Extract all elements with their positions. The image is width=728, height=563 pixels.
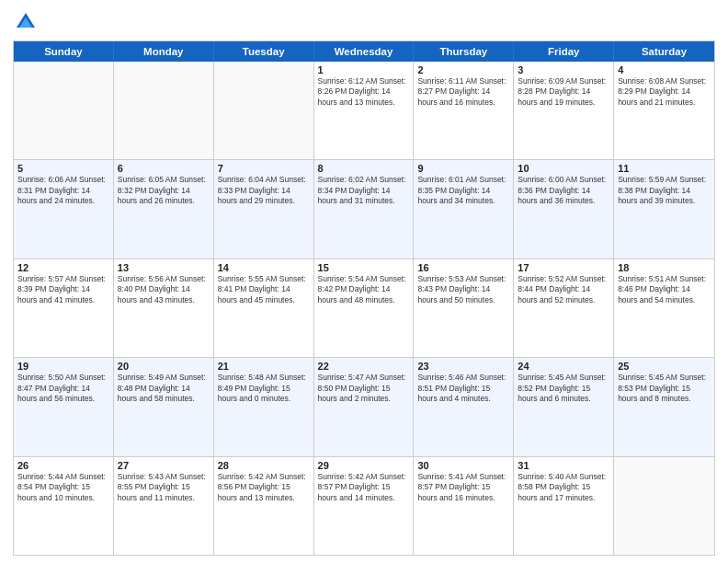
day-15: 15Sunrise: 5:54 AM Sunset: 8:42 PM Dayli… xyxy=(314,259,415,357)
day-info: Sunrise: 6:12 AM Sunset: 8:26 PM Dayligh… xyxy=(318,76,410,108)
day-info: Sunrise: 5:42 AM Sunset: 8:57 PM Dayligh… xyxy=(318,472,410,503)
day-8: 8Sunrise: 6:02 AM Sunset: 8:34 PM Daylig… xyxy=(314,160,415,258)
day-19: 19Sunrise: 5:50 AM Sunset: 8:47 PM Dayli… xyxy=(14,358,114,455)
header xyxy=(13,9,715,35)
calendar: SundayMondayTuesdayWednesdayThursdayFrid… xyxy=(13,40,715,556)
week-3: 12Sunrise: 5:57 AM Sunset: 8:39 PM Dayli… xyxy=(14,259,714,358)
day-info: Sunrise: 6:01 AM Sunset: 8:35 PM Dayligh… xyxy=(417,175,509,206)
day-24: 24Sunrise: 5:45 AM Sunset: 8:52 PM Dayli… xyxy=(514,358,614,455)
day-20: 20Sunrise: 5:49 AM Sunset: 8:48 PM Dayli… xyxy=(114,358,214,455)
day-number: 6 xyxy=(118,163,210,174)
week-4: 19Sunrise: 5:50 AM Sunset: 8:47 PM Dayli… xyxy=(14,358,714,456)
day-number: 5 xyxy=(17,163,109,174)
empty-cell xyxy=(114,62,214,159)
day-12: 12Sunrise: 5:57 AM Sunset: 8:39 PM Dayli… xyxy=(14,259,114,357)
day-info: Sunrise: 5:51 AM Sunset: 8:46 PM Dayligh… xyxy=(618,274,711,305)
day-27: 27Sunrise: 5:43 AM Sunset: 8:55 PM Dayli… xyxy=(114,457,214,555)
day-number: 4 xyxy=(618,64,711,75)
day-25: 25Sunrise: 5:45 AM Sunset: 8:53 PM Dayli… xyxy=(614,358,714,455)
header-day-sunday: Sunday xyxy=(14,41,114,62)
day-number: 8 xyxy=(318,163,410,174)
day-21: 21Sunrise: 5:48 AM Sunset: 8:49 PM Dayli… xyxy=(214,358,314,455)
day-number: 17 xyxy=(518,262,609,273)
header-day-thursday: Thursday xyxy=(414,41,514,62)
day-info: Sunrise: 5:45 AM Sunset: 8:53 PM Dayligh… xyxy=(618,373,711,404)
logo xyxy=(13,9,42,35)
day-number: 20 xyxy=(118,361,210,372)
day-info: Sunrise: 5:42 AM Sunset: 8:56 PM Dayligh… xyxy=(218,472,310,503)
day-number: 27 xyxy=(118,460,210,471)
day-info: Sunrise: 5:46 AM Sunset: 8:51 PM Dayligh… xyxy=(417,373,509,404)
week-2: 5Sunrise: 6:06 AM Sunset: 8:31 PM Daylig… xyxy=(14,160,714,259)
day-number: 23 xyxy=(417,361,509,372)
day-info: Sunrise: 5:59 AM Sunset: 8:38 PM Dayligh… xyxy=(618,175,711,206)
day-info: Sunrise: 6:11 AM Sunset: 8:27 PM Dayligh… xyxy=(417,76,509,108)
header-day-friday: Friday xyxy=(514,41,614,62)
day-number: 18 xyxy=(618,262,711,273)
header-day-tuesday: Tuesday xyxy=(214,41,314,62)
day-26: 26Sunrise: 5:44 AM Sunset: 8:54 PM Dayli… xyxy=(14,457,114,555)
day-5: 5Sunrise: 6:06 AM Sunset: 8:31 PM Daylig… xyxy=(14,160,114,258)
day-number: 15 xyxy=(318,262,410,273)
page: SundayMondayTuesdayWednesdayThursdayFrid… xyxy=(0,0,728,563)
day-info: Sunrise: 5:43 AM Sunset: 8:55 PM Dayligh… xyxy=(118,472,210,503)
day-number: 7 xyxy=(218,163,310,174)
day-23: 23Sunrise: 5:46 AM Sunset: 8:51 PM Dayli… xyxy=(414,358,514,455)
day-info: Sunrise: 6:04 AM Sunset: 8:33 PM Dayligh… xyxy=(218,175,310,206)
calendar-body: 1Sunrise: 6:12 AM Sunset: 8:26 PM Daylig… xyxy=(14,62,714,555)
day-number: 3 xyxy=(518,64,609,75)
week-1: 1Sunrise: 6:12 AM Sunset: 8:26 PM Daylig… xyxy=(14,62,714,160)
day-number: 24 xyxy=(518,361,609,372)
day-info: Sunrise: 5:45 AM Sunset: 8:52 PM Dayligh… xyxy=(518,373,609,404)
day-11: 11Sunrise: 5:59 AM Sunset: 8:38 PM Dayli… xyxy=(614,160,714,258)
day-6: 6Sunrise: 6:05 AM Sunset: 8:32 PM Daylig… xyxy=(114,160,214,258)
day-number: 11 xyxy=(618,163,711,174)
day-info: Sunrise: 6:09 AM Sunset: 8:28 PM Dayligh… xyxy=(518,76,609,108)
day-info: Sunrise: 5:54 AM Sunset: 8:42 PM Dayligh… xyxy=(318,274,410,305)
day-number: 16 xyxy=(417,262,509,273)
day-number: 14 xyxy=(218,262,310,273)
day-info: Sunrise: 5:49 AM Sunset: 8:48 PM Dayligh… xyxy=(118,373,210,404)
day-29: 29Sunrise: 5:42 AM Sunset: 8:57 PM Dayli… xyxy=(314,457,415,555)
day-number: 10 xyxy=(518,163,609,174)
day-number: 29 xyxy=(318,460,410,471)
day-info: Sunrise: 5:53 AM Sunset: 8:43 PM Dayligh… xyxy=(417,274,509,305)
empty-cell xyxy=(614,457,714,555)
day-number: 31 xyxy=(518,460,609,471)
day-14: 14Sunrise: 5:55 AM Sunset: 8:41 PM Dayli… xyxy=(214,259,314,357)
header-day-monday: Monday xyxy=(114,41,214,62)
empty-cell xyxy=(214,62,314,159)
day-info: Sunrise: 5:55 AM Sunset: 8:41 PM Dayligh… xyxy=(218,274,310,305)
header-day-saturday: Saturday xyxy=(614,41,714,62)
day-18: 18Sunrise: 5:51 AM Sunset: 8:46 PM Dayli… xyxy=(614,259,714,357)
day-info: Sunrise: 6:02 AM Sunset: 8:34 PM Dayligh… xyxy=(318,175,410,206)
day-3: 3Sunrise: 6:09 AM Sunset: 8:28 PM Daylig… xyxy=(514,62,614,159)
day-1: 1Sunrise: 6:12 AM Sunset: 8:26 PM Daylig… xyxy=(314,62,415,159)
day-number: 19 xyxy=(17,361,109,372)
day-info: Sunrise: 6:00 AM Sunset: 8:36 PM Dayligh… xyxy=(518,175,609,206)
day-info: Sunrise: 5:44 AM Sunset: 8:54 PM Dayligh… xyxy=(17,472,109,503)
day-number: 28 xyxy=(218,460,310,471)
day-info: Sunrise: 5:47 AM Sunset: 8:50 PM Dayligh… xyxy=(318,373,410,404)
day-number: 26 xyxy=(17,460,109,471)
day-number: 25 xyxy=(618,361,711,372)
day-info: Sunrise: 5:52 AM Sunset: 8:44 PM Dayligh… xyxy=(518,274,609,305)
day-info: Sunrise: 5:48 AM Sunset: 8:49 PM Dayligh… xyxy=(218,373,310,404)
day-16: 16Sunrise: 5:53 AM Sunset: 8:43 PM Dayli… xyxy=(414,259,514,357)
day-7: 7Sunrise: 6:04 AM Sunset: 8:33 PM Daylig… xyxy=(214,160,314,258)
day-info: Sunrise: 5:57 AM Sunset: 8:39 PM Dayligh… xyxy=(17,274,109,305)
calendar-header: SundayMondayTuesdayWednesdayThursdayFrid… xyxy=(14,41,714,62)
header-day-wednesday: Wednesday xyxy=(314,41,415,62)
week-5: 26Sunrise: 5:44 AM Sunset: 8:54 PM Dayli… xyxy=(14,457,714,555)
day-13: 13Sunrise: 5:56 AM Sunset: 8:40 PM Dayli… xyxy=(114,259,214,357)
day-28: 28Sunrise: 5:42 AM Sunset: 8:56 PM Dayli… xyxy=(214,457,314,555)
day-9: 9Sunrise: 6:01 AM Sunset: 8:35 PM Daylig… xyxy=(414,160,514,258)
day-info: Sunrise: 5:40 AM Sunset: 8:58 PM Dayligh… xyxy=(518,472,609,503)
day-number: 12 xyxy=(17,262,109,273)
day-info: Sunrise: 6:08 AM Sunset: 8:29 PM Dayligh… xyxy=(618,76,711,108)
day-17: 17Sunrise: 5:52 AM Sunset: 8:44 PM Dayli… xyxy=(514,259,614,357)
day-4: 4Sunrise: 6:08 AM Sunset: 8:29 PM Daylig… xyxy=(614,62,714,159)
logo-icon xyxy=(13,9,39,35)
day-number: 13 xyxy=(118,262,210,273)
day-31: 31Sunrise: 5:40 AM Sunset: 8:58 PM Dayli… xyxy=(514,457,614,555)
